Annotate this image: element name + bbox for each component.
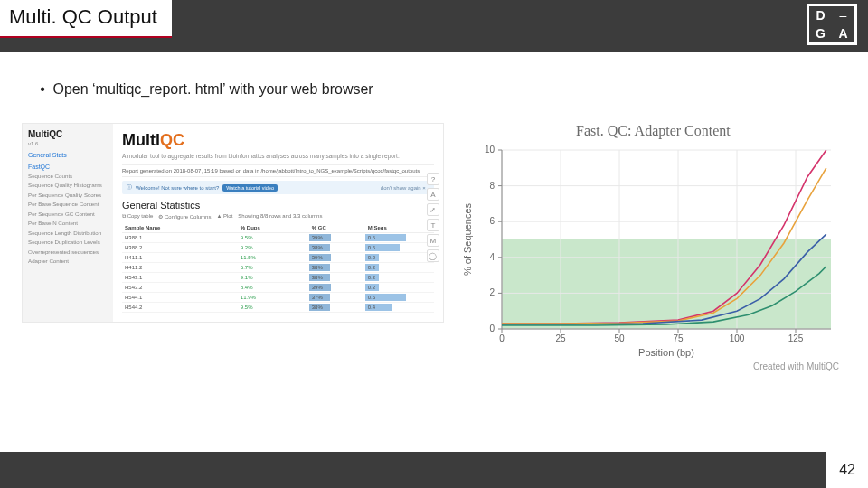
svg-text:4: 4 <box>489 252 495 262</box>
mqc-nav-item[interactable]: Per Base Sequence Content <box>28 201 108 207</box>
cell-mseqs: 0.6 <box>365 233 434 243</box>
mqc-tool[interactable]: ⧉ Copy table <box>122 213 153 220</box>
cell-mseqs: 0.5 <box>365 243 434 253</box>
logo-letter: – <box>832 6 854 24</box>
svg-text:6: 6 <box>489 216 495 226</box>
general-stats-table: Sample Name% Dups% GCM Seqs H388.19.5%39… <box>122 223 434 313</box>
mqc-side-icon[interactable]: A <box>427 188 439 201</box>
mqc-tool[interactable]: ▲ Plot <box>216 213 232 220</box>
cell-mseqs: 0.2 <box>365 273 434 283</box>
svg-text:2: 2 <box>489 287 495 297</box>
mqc-nav-head: FastQC <box>28 164 108 170</box>
cell-dups: 9.1% <box>238 273 309 283</box>
logo-letter: D <box>809 6 832 24</box>
mqc-nav-item[interactable]: Per Sequence Quality Scores <box>28 192 108 198</box>
cell-mseqs: 0.2 <box>365 283 434 293</box>
page-number: 42 <box>826 452 868 488</box>
mqc-tool[interactable]: ⚙ Configure Columns <box>158 213 211 220</box>
cell-gc: 38% <box>309 243 365 253</box>
svg-text:Position (bp): Position (bp) <box>638 347 694 358</box>
cell-mseqs: 0.4 <box>365 303 434 313</box>
table-row: H411.26.7%38%0.2 <box>122 263 434 273</box>
chart-credit: Created with MultiQC <box>460 361 846 371</box>
cell-gc: 39% <box>309 253 365 263</box>
table-header: M Seqs <box>365 223 434 233</box>
cell-sample: H388.2 <box>122 243 238 253</box>
footer-bar: 42 <box>0 452 868 488</box>
table-row: H543.19.1%38%0.2 <box>122 273 434 283</box>
table-row: H388.29.2%38%0.5 <box>122 243 434 253</box>
table-header: % Dups <box>238 223 309 233</box>
cell-gc: 39% <box>309 233 365 243</box>
mqc-nav-item[interactable]: Sequence Quality Histograms <box>28 182 108 188</box>
table-row: H388.19.5%39%0.6 <box>122 233 434 243</box>
cell-gc: 39% <box>309 283 365 293</box>
svg-text:50: 50 <box>614 333 625 343</box>
mqc-nav-item[interactable]: Sequence Counts <box>28 173 108 179</box>
svg-text:100: 100 <box>730 333 745 343</box>
chart-svg: 02550751001250246810Position (bp)% of Se… <box>460 143 840 360</box>
mqc-logo: MultiQC <box>122 131 434 150</box>
svg-text:75: 75 <box>673 333 684 343</box>
cell-dups: 9.2% <box>238 243 309 253</box>
cell-dups: 8.4% <box>238 283 309 293</box>
adapter-content-chart: Fast. QC: Adapter Content 02550751001250… <box>460 123 846 371</box>
svg-text:% of Sequences: % of Sequences <box>462 202 473 276</box>
mqc-nav-item[interactable]: Sequence Length Distribution <box>28 230 108 236</box>
cell-gc: 38% <box>309 273 365 283</box>
bullet-text: Open ‘multiqc_report. html’ with your we… <box>52 81 373 97</box>
cell-mseqs: 0.2 <box>365 253 434 263</box>
table-row: H544.29.5%38%0.4 <box>122 303 434 313</box>
bullet-icon: • <box>36 81 49 98</box>
close-banner-button[interactable]: don't show again × <box>377 185 429 191</box>
mqc-welcome-banner: ⓘ Welcome! Not sure where to start? Watc… <box>122 181 434 194</box>
table-row: H543.28.4%39%0.2 <box>122 283 434 293</box>
cell-sample: H544.1 <box>122 293 238 303</box>
cell-sample: H411.2 <box>122 263 238 273</box>
cell-dups: 11.5% <box>238 253 309 263</box>
svg-text:10: 10 <box>485 145 495 155</box>
mqc-side-icon[interactable]: ? <box>427 173 439 185</box>
table-header: % GC <box>309 223 365 233</box>
tutorial-button[interactable]: Watch a tutorial video <box>222 184 278 192</box>
svg-text:0: 0 <box>499 333 505 343</box>
cell-sample: H388.1 <box>122 233 238 243</box>
logo-letter: G <box>809 24 832 42</box>
cell-gc: 37% <box>309 293 365 303</box>
mqc-nav-item[interactable]: Overrepresented sequences <box>28 249 108 255</box>
mqc-nav-item[interactable]: Per Sequence GC Content <box>28 211 108 217</box>
svg-text:125: 125 <box>788 333 804 343</box>
mqc-nav-head: General Stats <box>28 152 108 158</box>
cell-mseqs: 0.6 <box>365 293 434 303</box>
mqc-tagline: A modular tool to aggregate results from… <box>122 153 434 159</box>
table-row: H544.111.9%37%0.6 <box>122 293 434 303</box>
svg-text:0: 0 <box>489 324 495 333</box>
mqc-nav-item[interactable]: Per Base N Content <box>28 220 108 226</box>
cell-mseqs: 0.2 <box>365 263 434 273</box>
cell-sample: H411.1 <box>122 253 238 263</box>
bullet-line: • Open ‘multiqc_report. html’ with your … <box>36 81 832 98</box>
table-row: H411.111.5%39%0.2 <box>122 253 434 263</box>
mqc-side-icon[interactable]: M <box>427 234 439 247</box>
mqc-nav-item[interactable]: Sequence Duplication Levels <box>28 239 108 245</box>
multiqc-report-screenshot: MultiQC v1.6 General Stats FastQC Sequen… <box>22 123 444 323</box>
mqc-main: MultiQC A modular tool to aggregate resu… <box>113 124 443 322</box>
mqc-nav-item[interactable]: Adapter Content <box>28 258 108 264</box>
table-header: Sample Name <box>122 223 238 233</box>
logo-letter: A <box>832 24 854 42</box>
mqc-side-icon[interactable]: ◯ <box>427 249 439 262</box>
welcome-text: Welcome! Not sure where to start? <box>136 185 219 191</box>
svg-text:25: 25 <box>555 333 566 343</box>
mqc-side-icon[interactable]: ⤢ <box>427 203 439 216</box>
mqc-side-icon-col: ?A⤢TM◯ <box>427 173 439 262</box>
mqc-side-icon[interactable]: T <box>427 219 439 231</box>
cell-dups: 9.5% <box>238 233 309 243</box>
mqc-tool[interactable]: Showing 8/8 rows and 3/3 columns <box>238 213 322 220</box>
mqc-brand: MultiQC <box>28 129 108 139</box>
mqc-generated-line: Report generated on 2018-08-07, 15:19 ba… <box>122 164 434 177</box>
svg-text:8: 8 <box>489 181 495 191</box>
cell-gc: 38% <box>309 303 365 313</box>
mqc-nav-list: Sequence CountsSequence Quality Histogra… <box>28 173 108 264</box>
slide-title: Multi. QC Output <box>0 0 172 38</box>
mqc-version: v1.6 <box>28 141 108 146</box>
